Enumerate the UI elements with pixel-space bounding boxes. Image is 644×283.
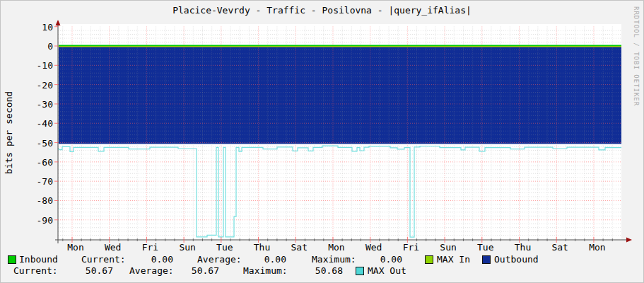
x-tick-label: Sun (427, 243, 469, 252)
inbound-label: Inbound (19, 255, 58, 265)
x-tick-label: Mon (315, 243, 358, 252)
y-tick-label: -70 (4, 177, 53, 186)
plot-canvas (1, 1, 644, 283)
current-value-row1: 0.00 (128, 255, 173, 265)
y-tick-label: -80 (4, 196, 53, 205)
maximum-label-row1: Maximum: (312, 255, 356, 265)
x-tick-label: Tue (204, 243, 246, 252)
x-tick-label: Sun (166, 243, 209, 252)
maximum-value-row2: 50.68 (298, 266, 343, 276)
x-tick-label: Thu (502, 243, 544, 252)
y-tick-label: -20 (4, 80, 53, 89)
outbound-swatch (482, 255, 491, 264)
max-out-swatch (356, 267, 364, 275)
graph-title: Placice-Vevrdy - Traffic - Posilovna - |… (1, 5, 643, 16)
current-value-row2: 50.67 (68, 266, 113, 276)
max-in-swatch (425, 255, 433, 264)
max-out-label: MAX Out (368, 266, 406, 276)
x-tick-label: Fri (390, 243, 432, 252)
x-tick-label: Mon (54, 243, 97, 252)
y-tick-label: -30 (4, 99, 53, 108)
average-value-row1: 0.00 (241, 255, 286, 265)
average-value-row2: 50.67 (174, 266, 219, 276)
y-tick-label: -10 (4, 61, 53, 70)
x-tick-label: Thu (241, 243, 283, 252)
x-tick-label: Sat (278, 243, 320, 252)
x-tick-label: Tue (464, 243, 507, 252)
outbound-label: Outbound (494, 255, 539, 265)
current-label-row1: Current: (81, 255, 126, 265)
max-in-label: MAX In (437, 255, 470, 265)
x-tick-label: Sat (539, 243, 581, 252)
rrdtool-watermark: RRDTOOL / TOBI OETIKER (633, 6, 640, 106)
x-tick-label: Fri (129, 243, 171, 252)
rrdtool-traffic-graph: Placice-Vevrdy - Traffic - Posilovna - |… (0, 0, 644, 283)
y-tick-label: -40 (4, 119, 53, 128)
x-tick-label: Mon (576, 243, 619, 252)
y-tick-label: 0 (4, 42, 53, 51)
x-tick-label: Wed (92, 243, 134, 252)
y-tick-label: 10 (4, 22, 53, 31)
current-label-row2: Current: (13, 266, 58, 276)
maximum-value-row1: 0.00 (357, 255, 402, 265)
y-tick-label: -50 (4, 138, 53, 147)
inbound-swatch (8, 255, 16, 264)
x-tick-label: Wed (353, 243, 395, 252)
maximum-label-row2: Maximum: (243, 266, 288, 276)
average-label-row2: Average: (129, 266, 174, 276)
y-tick-label: -90 (4, 215, 53, 224)
y-tick-label: -60 (4, 157, 53, 166)
y-axis-label: bits per second (4, 80, 14, 186)
average-label-row1: Average: (197, 255, 242, 265)
